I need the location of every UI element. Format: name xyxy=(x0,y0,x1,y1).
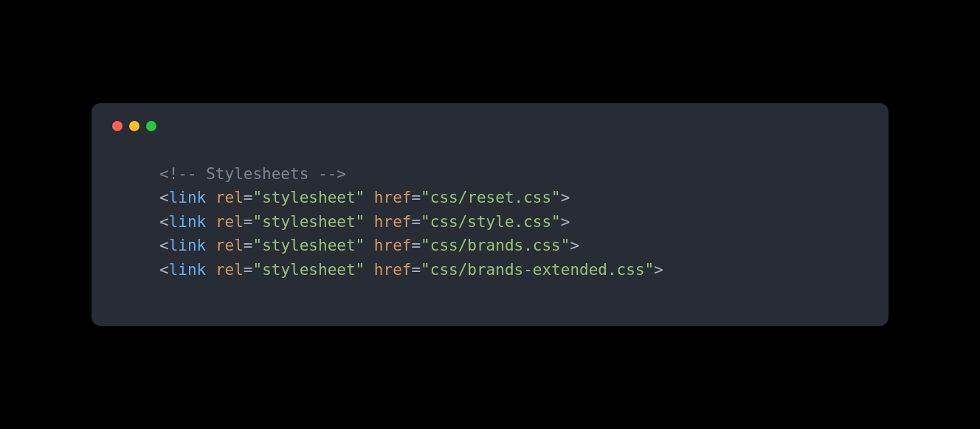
attr-value: "css/style.css" xyxy=(421,213,561,231)
comment-open: <!-- xyxy=(159,165,197,183)
code-line: <link rel="stylesheet" href="css/reset.c… xyxy=(159,186,868,210)
code-line: <link rel="stylesheet" href="css/brands-… xyxy=(159,258,868,282)
attr-value: "css/brands-extended.css" xyxy=(421,261,654,279)
equals: = xyxy=(411,213,421,231)
bracket-open: < xyxy=(159,237,169,254)
attr-name: href xyxy=(374,261,412,279)
minimize-icon[interactable] xyxy=(129,121,139,131)
equals: = xyxy=(411,189,421,206)
attr-value: "stylesheet" xyxy=(252,261,365,279)
equals: = xyxy=(244,261,253,279)
attr-name: href xyxy=(374,237,412,254)
tag-name: link xyxy=(169,213,207,231)
equals: = xyxy=(244,237,253,254)
attr-value: "stylesheet" xyxy=(252,213,365,231)
bracket-open: < xyxy=(159,189,169,206)
comment-close: --> xyxy=(318,165,346,183)
code-line-comment: <!-- Stylesheets --> xyxy=(159,162,868,186)
close-icon[interactable] xyxy=(112,121,122,131)
comment-text: Stylesheets xyxy=(197,165,318,183)
maximize-icon[interactable] xyxy=(146,121,156,131)
bracket-close: > xyxy=(570,237,579,254)
attr-name: href xyxy=(374,213,412,231)
code-line: <link rel="stylesheet" href="css/style.c… xyxy=(159,210,868,234)
attr-value: "css/reset.css" xyxy=(421,189,561,206)
attr-value: "stylesheet" xyxy=(252,237,365,254)
attr-name: href xyxy=(374,189,412,206)
code-block: <!-- Stylesheets --><link rel="styleshee… xyxy=(112,162,868,282)
attr-value: "css/brands.css" xyxy=(421,237,570,254)
bracket-close: > xyxy=(654,261,663,279)
attr-name: rel xyxy=(215,213,244,231)
attr-name: rel xyxy=(215,237,244,254)
attr-name: rel xyxy=(215,261,244,279)
traffic-lights xyxy=(112,121,868,131)
tag-name: link xyxy=(169,237,207,254)
code-line: <link rel="stylesheet" href="css/brands.… xyxy=(159,234,868,258)
tag-name: link xyxy=(169,261,207,279)
equals: = xyxy=(411,261,421,279)
bracket-open: < xyxy=(159,261,169,279)
equals: = xyxy=(244,189,253,206)
code-window: <!-- Stylesheets --><link rel="styleshee… xyxy=(92,103,888,327)
bracket-close: > xyxy=(561,213,570,231)
equals: = xyxy=(411,237,421,254)
attr-value: "stylesheet" xyxy=(252,189,365,206)
attr-name: rel xyxy=(215,189,244,206)
tag-name: link xyxy=(169,189,207,206)
bracket-close: > xyxy=(561,189,570,206)
bracket-open: < xyxy=(159,213,169,231)
equals: = xyxy=(244,213,253,231)
